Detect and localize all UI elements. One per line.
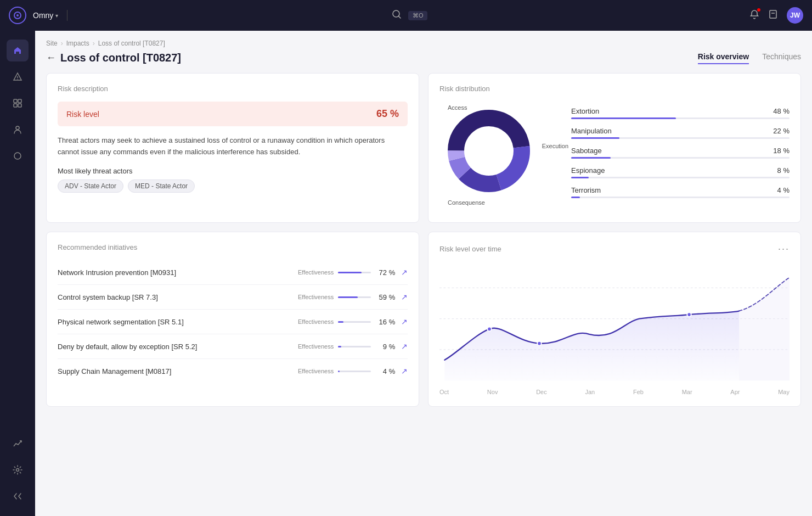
legend-extortion: Extortion 48 % [571,107,790,119]
legend-terrorism: Terrorism 4 % [571,186,790,198]
svg-rect-11 [18,104,21,107]
sidebar-item-trends[interactable] [7,433,29,455]
navbar: Omny ▾ ⌘O JW [0,0,812,31]
donut-label-access: Access [448,104,467,111]
main-layout: Site › Impacts › Loss of control [T0827]… [0,31,812,516]
chart-more-button[interactable]: ··· [778,243,790,255]
donut-chart: Access Execution Consequense [439,102,560,211]
bookmark-icon[interactable] [768,9,778,21]
svg-point-1 [16,14,19,16]
bottom-grid: Recommended initiatives Network Intrusio… [46,232,801,407]
x-label-mar: Mar [682,389,692,395]
breadcrumb-impacts[interactable]: Impacts [66,40,89,47]
risk-description-text: Threat actors may seek to achieve a sust… [58,135,408,158]
initiative-row-1: Control system backup [SR 7.3] Effective… [58,285,408,310]
legend-espionage: Espionage 8 % [571,166,790,178]
sidebar-item-circle[interactable] [7,145,29,167]
initiative-row-4: Supply Chain Management [M0817] Effectiv… [58,359,408,383]
threat-tags: ADV - State Actor MED - State Actor [58,180,408,193]
risk-legend: Extortion 48 % Manipulation 22 % [571,107,790,206]
initiative-row-2: Physical network segmentation [SR 5.1] E… [58,310,408,334]
x-label-jan: Jan [585,389,595,395]
launch-icon-1[interactable]: ↗ [401,293,408,301]
search-shortcut: ⌘O [408,11,428,20]
donut-label-execution: Execution [542,143,568,149]
data-point-dec [537,341,542,346]
sidebar [0,31,35,516]
x-label-nov: Nov [487,389,498,395]
back-button[interactable]: ← [46,52,56,64]
data-point-nov [487,327,492,332]
search-icon[interactable] [392,9,402,21]
top-grid: Risk description Risk level 65 % Threat … [46,73,801,223]
sidebar-item-users[interactable] [7,119,29,141]
notification-dot [757,8,760,12]
launch-icon-3[interactable]: ↗ [401,342,408,351]
threat-tag-adv: ADV - State Actor [58,180,123,193]
initiative-row-0: Network Intrusion prevention [M0931] Eff… [58,260,408,285]
svg-point-14 [16,469,19,472]
svg-point-7 [17,78,18,79]
notifications-icon[interactable] [749,9,759,21]
risk-distribution-title: Risk distribution [439,85,790,93]
threat-tag-med: MED - State Actor [128,180,195,193]
legend-sabotage: Sabotage 18 % [571,147,790,159]
initiatives-title: Recommended initiatives [58,243,408,251]
launch-icon-0[interactable]: ↗ [401,268,408,277]
sidebar-collapse-button[interactable] [7,485,29,507]
page-tabs: Risk overview Techniques [698,52,801,64]
risk-level-bar: Risk level 65 % [58,102,408,126]
x-label-apr: Apr [730,389,740,395]
x-label-feb: Feb [633,389,644,395]
legend-manipulation: Manipulation 22 % [571,127,790,139]
x-label-may: May [778,389,790,395]
svg-rect-9 [18,99,21,103]
sidebar-bottom [7,433,29,507]
data-point-apr [687,312,691,317]
main-content: Site › Impacts › Loss of control [T0827]… [35,31,812,516]
breadcrumb-site[interactable]: Site [46,40,58,47]
chart-title: Risk level over time [439,245,501,253]
svg-line-3 [398,16,401,19]
brand-chevron-icon: ▾ [55,13,58,19]
svg-point-13 [14,153,21,159]
x-label-oct: Oct [439,389,449,395]
launch-icon-2[interactable]: ↗ [401,317,408,326]
initiatives-card: Recommended initiatives Network Intrusio… [46,232,419,407]
svg-rect-10 [14,104,17,107]
risk-chart-svg [439,263,790,384]
navbar-brand[interactable]: Omny ▾ [33,11,58,20]
risk-level-value: 65 % [376,108,399,120]
chart-x-labels: Oct Nov Dec Jan Feb Mar Apr May [439,384,790,395]
risk-description-title: Risk description [58,85,408,93]
sidebar-item-home[interactable] [7,40,29,61]
breadcrumb: Site › Impacts › Loss of control [T0827] [46,40,801,47]
risk-over-time-card: Risk level over time ··· [428,232,801,407]
donut-label-consequence: Consequense [448,199,485,206]
navbar-divider [67,10,67,21]
tab-risk-overview[interactable]: Risk overview [698,52,749,64]
threat-actors-label: Most likely threat actors [58,167,408,175]
risk-level-label: Risk level [66,110,99,119]
x-label-dec: Dec [536,389,547,395]
user-avatar[interactable]: JW [787,7,803,24]
svg-rect-8 [14,99,17,103]
risk-description-card: Risk description Risk level 65 % Threat … [46,73,419,223]
chart-area [439,263,790,384]
launch-icon-4[interactable]: ↗ [401,367,408,375]
initiative-row-3: Deny by default, allow by exception [SR … [58,334,408,359]
sidebar-item-settings[interactable] [7,459,29,481]
navbar-logo [9,7,26,24]
svg-rect-4 [770,10,776,18]
sidebar-item-grid[interactable] [7,92,29,114]
page-title: Loss of control [T0827] [60,52,181,64]
page-header: ← Loss of control [T0827] Risk overview … [46,52,801,64]
risk-distribution-card: Risk distribution [428,73,801,223]
breadcrumb-current: Loss of control [T0827] [98,40,165,47]
chart-header: Risk level over time ··· [439,243,790,255]
tab-techniques[interactable]: Techniques [762,52,801,64]
sidebar-item-alerts[interactable] [7,66,29,88]
svg-point-12 [16,126,19,130]
